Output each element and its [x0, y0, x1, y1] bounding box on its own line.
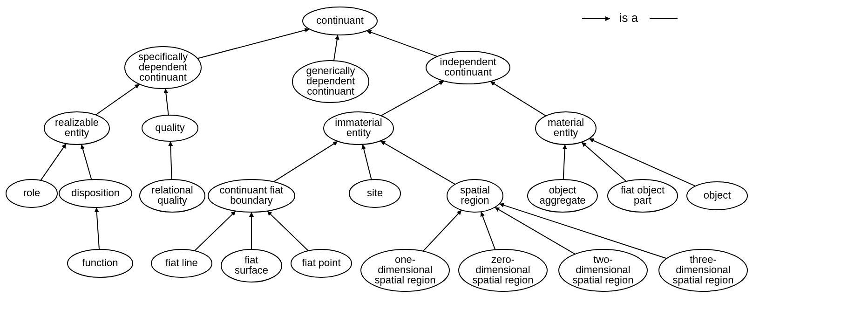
node-material: materialentity — [536, 112, 596, 145]
node-three_d: three-dimensionalspatial region — [659, 249, 747, 291]
node-fiat_point: fiat point — [291, 249, 352, 277]
node-role: role — [6, 179, 57, 207]
edge-role-to-realizable — [41, 144, 66, 180]
node-zero_d: zero-dimensionalspatial region — [459, 249, 547, 291]
node-label-function: function — [82, 257, 118, 269]
node-label-continuant: continuant — [316, 14, 364, 26]
node-quality: quality — [142, 115, 198, 141]
legend-label: is a — [619, 11, 638, 25]
node-two_d: two-dimensionalspatial region — [559, 249, 647, 291]
node-label-object: object — [704, 189, 731, 201]
node-spatial_region: spatialregion — [447, 179, 503, 212]
edge-cfb-to-immaterial — [274, 141, 338, 182]
node-one_d: one-dimensionalspatial region — [361, 249, 449, 291]
legend-is-a: is a — [582, 11, 678, 25]
node-immaterial: immaterialentity — [324, 112, 393, 145]
node-object_aggregate: objectaggregate — [528, 179, 597, 212]
edge-fiat_object_part-to-material — [582, 142, 626, 181]
node-label-ic: independentcontinuant — [440, 56, 496, 78]
edge-function-to-disposition — [96, 207, 99, 249]
node-realizable: realizableentity — [44, 112, 109, 145]
node-cfb: continuant fiatboundary — [208, 179, 295, 212]
node-fiat_object_part: fiat objectpart — [608, 179, 678, 212]
edge-object_aggregate-to-material — [563, 145, 565, 179]
node-label-site: site — [367, 187, 383, 199]
node-object: object — [687, 182, 747, 210]
edge-gdc-to-continuant — [334, 35, 338, 61]
edge-material-to-ic — [490, 82, 546, 116]
node-gdc: genericallydependentcontinuant — [292, 61, 369, 103]
edge-zero_d-to-spatial_region — [481, 212, 495, 250]
edge-two_d-to-spatial_region — [495, 207, 575, 254]
node-ic: independentcontinuant — [426, 51, 510, 84]
edge-disposition-to-realizable — [81, 145, 92, 180]
node-label-role: role — [23, 187, 41, 199]
node-label-quality: quality — [155, 122, 185, 133]
node-function: function — [68, 249, 133, 277]
node-label-gdc: genericallydependentcontinuant — [306, 65, 355, 97]
edge-fiat_point-to-cfb — [267, 211, 308, 251]
node-fiat_surface: fiatsurface — [221, 249, 282, 282]
node-disposition: disposition — [59, 179, 132, 207]
node-label-fiat_point: fiat point — [302, 257, 340, 269]
node-continuant: continuant — [303, 7, 377, 35]
edge-quality-to-sdc — [165, 89, 169, 115]
node-label-fiat_line: fiat line — [165, 257, 198, 269]
ontology-diagram: continuantspecificallydependentcontinuan… — [0, 0, 868, 310]
node-fiat_line: fiat line — [151, 249, 212, 277]
edge-fiat_line-to-cfb — [195, 211, 236, 251]
edge-site-to-immaterial — [363, 145, 372, 180]
edge-ic-to-continuant — [366, 31, 437, 56]
edge-sdc-to-continuant — [197, 29, 310, 58]
node-label-sdc: specificallydependentcontinuant — [138, 51, 188, 83]
node-relational_quality: relationalquality — [140, 179, 205, 212]
edge-one_d-to-spatial_region — [423, 210, 462, 251]
edge-relational_quality-to-quality — [170, 141, 172, 179]
edge-immaterial-to-ic — [381, 81, 444, 116]
node-sdc: specificallydependentcontinuant — [125, 47, 201, 89]
node-label-spatial_region: spatialregion — [460, 184, 490, 206]
node-label-relational_quality: relationalquality — [151, 184, 193, 206]
node-label-disposition: disposition — [71, 187, 120, 199]
node-site: site — [349, 179, 400, 207]
edge-realizable-to-sdc — [96, 84, 140, 115]
edge-spatial_region-to-immaterial — [380, 141, 455, 184]
